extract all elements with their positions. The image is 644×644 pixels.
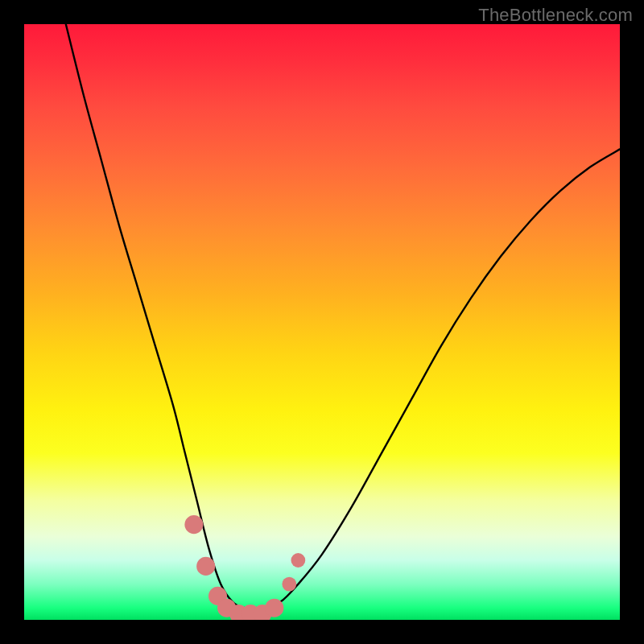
chart-frame: TheBottleneck.com — [0, 0, 644, 644]
curve-svg — [24, 24, 620, 620]
highlight-dot — [196, 557, 215, 576]
watermark-text: TheBottleneck.com — [478, 5, 633, 26]
highlight-dot — [265, 599, 283, 617]
highlight-dot — [291, 553, 306, 568]
plot-area — [24, 24, 620, 620]
bottleneck-curve — [66, 24, 620, 609]
highlight-dot — [184, 515, 203, 534]
highlight-dot — [282, 577, 296, 592]
highlight-dots — [184, 515, 305, 620]
